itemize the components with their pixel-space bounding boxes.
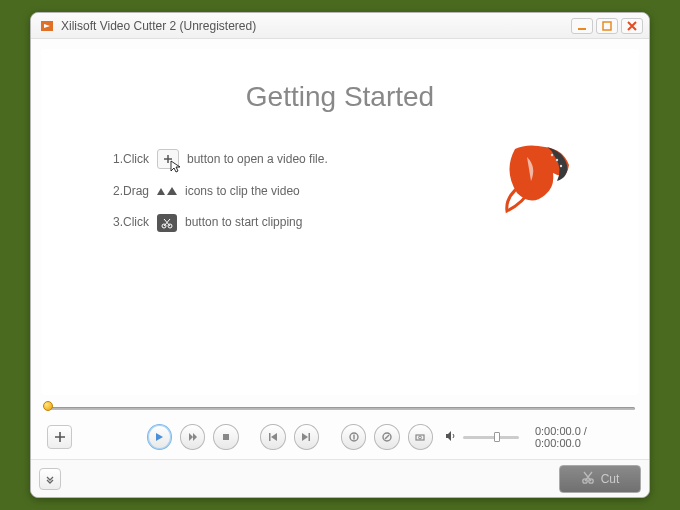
step-2-suffix: icons to clip the video — [185, 183, 300, 200]
snapshot-button[interactable] — [408, 424, 433, 450]
mark-in-button[interactable] — [341, 424, 366, 450]
svg-rect-8 — [269, 433, 271, 441]
svg-rect-7 — [223, 434, 229, 440]
volume-slider[interactable] — [463, 436, 519, 439]
product-logo — [497, 137, 583, 218]
app-window: Xilisoft Video Cutter 2 (Unregistered) G… — [30, 12, 650, 498]
svg-point-4 — [551, 154, 553, 156]
volume-thumb[interactable] — [494, 432, 500, 442]
svg-rect-11 — [353, 435, 354, 440]
open-file-example-icon — [157, 149, 179, 169]
step-1: 1.Click button to open a video file. — [113, 149, 328, 169]
scissors-icon — [581, 470, 595, 487]
svg-rect-1 — [603, 22, 611, 30]
step-3: 3.Click button to start clipping — [113, 214, 328, 232]
volume-control — [445, 430, 519, 445]
cut-button-label: Cut — [601, 472, 620, 486]
svg-point-14 — [419, 436, 422, 439]
prev-frame-button[interactable] — [260, 424, 285, 450]
expand-panel-button[interactable] — [39, 468, 61, 490]
app-icon — [39, 18, 55, 34]
window-controls — [571, 18, 643, 34]
play-button[interactable] — [147, 424, 172, 450]
playback-controls: 0:00:00.0 / 0:00:00.0 — [41, 415, 639, 459]
cursor-icon — [170, 160, 182, 179]
minimize-button[interactable] — [571, 18, 593, 34]
preview-canvas: Getting Started 1.Click button to open a… — [41, 49, 639, 395]
step-3-suffix: button to start clipping — [185, 214, 302, 231]
next-clip-button[interactable] — [180, 424, 205, 450]
cut-button[interactable]: Cut — [559, 465, 641, 493]
step-2-prefix: 2.Drag — [113, 183, 149, 200]
timeline-track — [45, 407, 635, 410]
step-1-suffix: button to open a video file. — [187, 151, 328, 168]
svg-rect-9 — [309, 433, 311, 441]
svg-point-6 — [560, 165, 562, 167]
next-frame-button[interactable] — [294, 424, 319, 450]
clip-markers-icon — [157, 187, 177, 195]
timeline[interactable] — [43, 401, 637, 415]
step-2: 2.Drag icons to clip the video — [113, 183, 328, 200]
step-1-prefix: 1.Click — [113, 151, 149, 168]
stop-button[interactable] — [213, 424, 238, 450]
add-file-button[interactable] — [47, 425, 72, 449]
mark-out-button[interactable] — [374, 424, 399, 450]
volume-icon[interactable] — [445, 430, 457, 445]
content-area: Getting Started 1.Click button to open a… — [31, 39, 649, 459]
getting-started-heading: Getting Started — [41, 81, 639, 113]
footer-bar: Cut — [31, 459, 649, 497]
playhead[interactable] — [43, 401, 53, 411]
titlebar: Xilisoft Video Cutter 2 (Unregistered) — [31, 13, 649, 39]
cut-example-icon — [157, 214, 177, 232]
svg-point-5 — [556, 159, 558, 161]
svg-rect-0 — [578, 28, 586, 30]
window-title: Xilisoft Video Cutter 2 (Unregistered) — [61, 19, 571, 33]
instruction-steps: 1.Click button to open a video file. 2.D… — [113, 149, 328, 246]
step-3-prefix: 3.Click — [113, 214, 149, 231]
maximize-button[interactable] — [596, 18, 618, 34]
close-button[interactable] — [621, 18, 643, 34]
time-display: 0:00:00.0 / 0:00:00.0 — [535, 425, 633, 449]
